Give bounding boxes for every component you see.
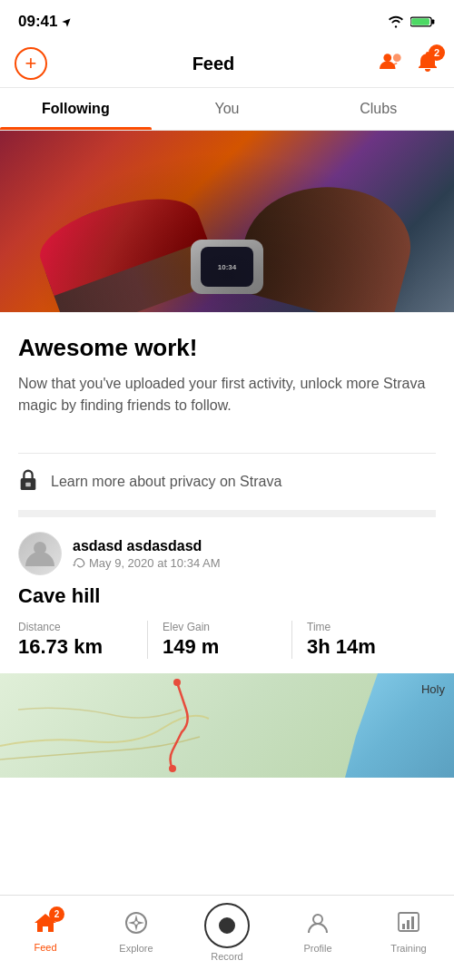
svg-point-11 [313,915,322,924]
svg-point-9 [169,765,176,772]
header-left: + [15,47,47,80]
stat-time-label: Time [307,621,421,633]
stat-distance-value: 16.73 km [18,635,133,659]
bottom-nav: 2 Feed Explore Record [0,895,454,980]
status-icons [387,15,436,28]
svg-point-4 [393,54,401,62]
tab-clubs[interactable]: Clubs [302,88,454,130]
nav-feed-label: Feed [34,942,56,953]
svg-rect-6 [25,483,31,487]
activity-map[interactable]: Holy [0,673,454,778]
home-icon: 2 [34,912,57,939]
hero-image: 10:34 [0,131,454,312]
avatar [18,532,62,575]
nav-training-label: Training [390,943,426,954]
chart-icon [397,911,420,940]
activity-date: May 9, 2020 at 10:34 AM [89,556,221,570]
map-location-label: Holy [421,682,445,696]
hero-overlay [0,131,454,312]
svg-point-3 [383,54,391,62]
privacy-link[interactable]: Learn more about privacy on Strava [51,474,281,490]
svg-rect-13 [402,924,405,929]
tabs-bar: Following You Clubs [0,88,454,131]
stat-elev: Elev Gain 149 m [147,621,291,659]
notification-bell-button[interactable]: 2 [416,50,439,77]
record-icon [204,903,250,948]
notification-badge: 2 [429,44,445,61]
nav-explore-label: Explore [119,943,153,954]
nav-record-label: Record [211,951,242,962]
stat-time-value: 3h 14m [307,635,421,659]
activity-title: Cave hill [18,584,436,608]
add-button[interactable]: + [15,47,47,80]
stat-distance-label: Distance [18,621,133,633]
svg-rect-1 [431,20,434,24]
person-icon [306,911,330,940]
header-title: Feed [192,54,235,74]
nav-profile-label: Profile [303,943,331,954]
status-bar: 09:41 [0,0,454,40]
user-info: asdasd asdasdasd May 9, 2020 at 10:34 AM [73,538,221,570]
stat-elev-label: Elev Gain [163,621,277,633]
svg-rect-15 [411,916,414,929]
tab-you[interactable]: You [152,88,303,130]
status-time: 09:41 [18,13,57,31]
stat-distance: Distance 16.73 km [18,621,147,659]
user-name: asdasd asdasdasd [73,538,221,554]
route-icon [73,557,85,568]
awesome-work-section: Awesome work! Now that you've uploaded y… [0,312,454,431]
stat-time: Time 3h 14m [291,621,436,659]
lock-icon [18,468,38,495]
svg-point-8 [173,679,181,686]
battery-icon [410,15,436,28]
stats-row: Distance 16.73 km Elev Gain 149 m Time 3… [18,621,436,659]
activity-card: asdasd asdasdasd May 9, 2020 at 10:34 AM… [0,517,454,673]
avatar-icon [25,537,54,566]
nav-item-profile[interactable]: Profile [286,911,350,954]
header: + Feed 2 [0,40,454,88]
svg-rect-2 [411,18,429,24]
nav-item-training[interactable]: Training [377,911,440,954]
route-overlay [127,678,227,773]
awesome-work-description: Now that you've uploaded your first acti… [18,373,436,416]
feed-badge: 2 [49,906,64,922]
awesome-work-title: Awesome work! [18,334,436,362]
compass-icon [124,911,148,940]
activity-meta: May 9, 2020 at 10:34 AM [73,556,221,570]
header-right: 2 [380,50,439,77]
stat-elev-value: 149 m [163,635,277,659]
map-roads [0,673,454,778]
nav-item-record[interactable]: Record [195,903,259,962]
svg-rect-14 [407,920,410,929]
wifi-icon [387,15,405,28]
tab-following[interactable]: Following [0,88,152,130]
location-arrow-icon [62,16,73,27]
nav-item-explore[interactable]: Explore [104,911,168,954]
activity-user-row: asdasd asdasdasd May 9, 2020 at 10:34 AM [18,532,436,575]
privacy-section: Learn more about privacy on Strava [18,453,436,517]
nav-item-feed[interactable]: 2 Feed [14,912,77,953]
people-icon-button[interactable] [380,51,405,76]
people-icon [380,51,405,73]
